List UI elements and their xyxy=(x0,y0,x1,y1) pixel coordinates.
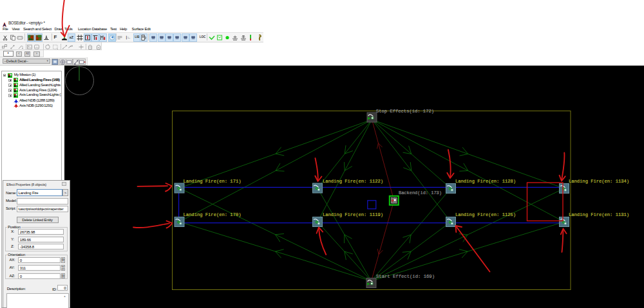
svg-text:Landing Fire(en: 1119): Landing Fire(en: 1119) xyxy=(323,212,383,217)
svg-text:Landing Fire(en: 1128): Landing Fire(en: 1128) xyxy=(455,179,516,184)
svg-text:Stop Effects(id: 172): Stop Effects(id: 172) xyxy=(376,109,434,114)
svg-text:Start Effect(id: 169): Start Effect(id: 169) xyxy=(376,274,435,279)
svg-text:Landing Fire(en: 1122): Landing Fire(en: 1122) xyxy=(323,179,383,184)
svg-text:Landing Fire(en: 1131): Landing Fire(en: 1131) xyxy=(569,212,629,217)
svg-text:Landing Fire(en: 170): Landing Fire(en: 170) xyxy=(184,212,242,217)
svg-text:Landing Fire(en: 1125): Landing Fire(en: 1125) xyxy=(455,212,516,217)
svg-text:Landing Fire(en: 171): Landing Fire(en: 171) xyxy=(184,179,242,184)
svg-text:Backend(id: 173): Backend(id: 173) xyxy=(399,190,442,195)
svg-text:Landing Fire(en: 1134): Landing Fire(en: 1134) xyxy=(569,179,629,184)
